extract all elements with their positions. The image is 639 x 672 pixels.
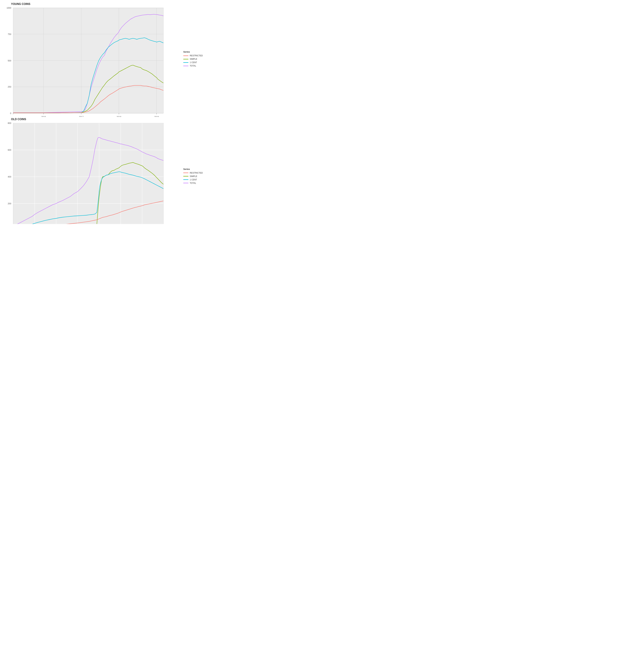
top-legend-title: Series (183, 50, 209, 53)
y-tick-250: 250 (8, 86, 11, 88)
legend-item-restricted: RESTRICTED (183, 54, 209, 57)
top-chart-section: YOUNG COINS 0 250 (2, 2, 211, 117)
bot-legend-item-total: TOTAL (183, 182, 209, 184)
y-tick-500: 500 (8, 59, 11, 62)
legend-item-simple: SIMPLE (183, 58, 209, 60)
legend-item-total: TOTAL (183, 65, 209, 67)
y-tick-0: 0 (10, 112, 11, 114)
bottom-chart-area: OLD COINS (2, 117, 183, 224)
top-legend: Series RESTRICTED SIMPLE 1 CENT TOTAL (183, 2, 211, 117)
legend-item-1cent: 1 CENT (183, 61, 209, 64)
total-legend-line (183, 66, 188, 66)
top-chart-title: YOUNG COINS (11, 2, 183, 5)
bot-y-tick-800: 800 (7, 122, 11, 124)
restricted-legend-line (183, 56, 188, 56)
restricted-label: RESTRICTED (190, 54, 203, 57)
bot-1cent-label: 1 CENT (190, 178, 197, 181)
bot-total-legend-line (183, 183, 188, 183)
y-tick-750: 750 (8, 33, 11, 35)
bottom-plot-bg (13, 123, 163, 224)
bottom-legend: Series RESTRICTED SIMPLE 1 CENT TOTAL (183, 117, 211, 224)
bottom-legend-title: Series (183, 168, 209, 170)
bot-legend-item-restricted: RESTRICTED (183, 172, 209, 174)
simple-label: SIMPLE (190, 58, 197, 60)
bot-restricted-legend-line (183, 173, 188, 173)
bottom-chart-svg: 0 200 400 600 800 2014 2015 2016 2017 20… (2, 121, 183, 224)
top-chart-svg: 0 250 500 750 1000 2016 2017 2018 2019 Y… (2, 6, 183, 121)
bot-1cent-legend-line (183, 179, 188, 180)
bot-simple-legend-line (183, 176, 188, 176)
1cent-label: 1 CENT (190, 61, 197, 64)
bot-simple-label: SIMPLE (190, 175, 197, 177)
total-label: TOTAL (190, 65, 196, 67)
bot-legend-item-simple: SIMPLE (183, 175, 209, 177)
bot-legend-item-1cent: 1 CENT (183, 178, 209, 181)
bot-y-tick-200: 200 (7, 202, 11, 205)
y-tick-1000: 1000 (6, 7, 11, 9)
bottom-chart-title: OLD COINS (11, 118, 183, 121)
bottom-chart-section: OLD COINS (2, 117, 211, 224)
1cent-legend-line (183, 62, 188, 63)
bot-restricted-label: RESTRICTED (190, 172, 203, 174)
bot-total-label: TOTAL (190, 182, 196, 184)
top-chart-area: YOUNG COINS 0 250 (2, 2, 183, 117)
bot-y-tick-400: 400 (7, 176, 11, 178)
bot-y-tick-600: 600 (7, 149, 11, 151)
simple-legend-line (183, 59, 188, 59)
page: YOUNG COINS 0 250 (0, 0, 213, 224)
